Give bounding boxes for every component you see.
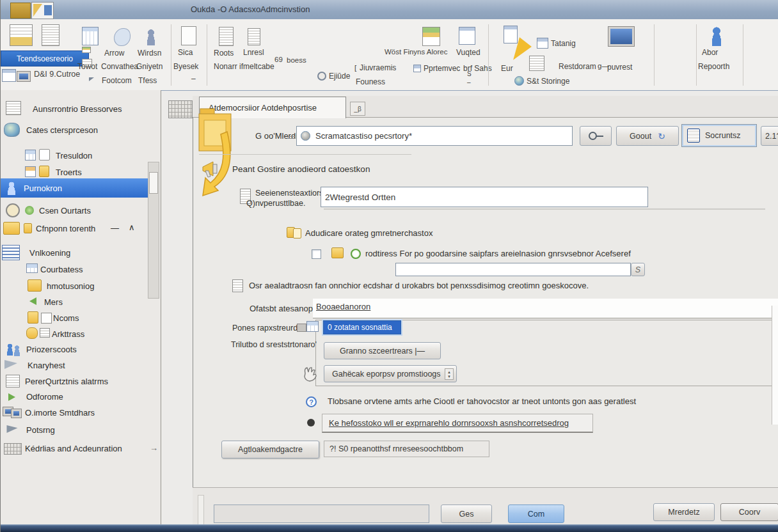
sidebar-item[interactable]: Kédrlias and Acdeunration — [25, 444, 122, 453]
ribbon-label-roots[interactable]: Roots — [214, 49, 234, 58]
window-icon[interactable] — [459, 27, 475, 45]
gahcak-button[interactable]: Gahëcak eporpsv promstioogs ▴ ▾ — [324, 365, 457, 382]
sidebar-item[interactable]: Troerts — [56, 168, 82, 177]
grid-icon[interactable] — [422, 27, 440, 46]
sidebar-item[interactable]: O.imorte Smtdhars — [25, 408, 95, 418]
sidebar-item[interactable]: PererQurtztnis alatrms — [25, 377, 108, 386]
sidebar-item[interactable]: Aunsrrontrio Bressorves — [33, 104, 122, 114]
app-gold-icon — [10, 3, 31, 19]
ribbon-label-convathea[interactable]: Convathea — [101, 62, 138, 71]
goomlerdi-input[interactable]: Scramatcastiso pecsrtory* — [296, 126, 573, 146]
granno-button[interactable]: Granno szceertrears |— — [324, 342, 441, 359]
ribbon-label-ejiude[interactable]: Ejiûde — [329, 72, 350, 81]
coorv-button[interactable]: Coorv — [720, 503, 778, 521]
sidebar-item[interactable]: Courbatess — [40, 265, 83, 274]
sidebar-item[interactable]: Knaryhest — [28, 361, 65, 370]
ribbon-label-nonarr[interactable]: Nonarr ifmeltcabe — [214, 62, 274, 71]
sheet-icon[interactable] — [10, 24, 33, 46]
sidebar-item[interactable]: Ncoms — [53, 313, 79, 323]
funnel-icon[interactable] — [504, 26, 518, 43]
rpean-value: ?! S0 rpeanotthsf rnreseesoochtbbom — [329, 444, 463, 453]
ribbon-label-tfess[interactable]: Tfess — [138, 76, 157, 85]
radio-bullet[interactable] — [307, 419, 315, 426]
ribbon-label-repoorth[interactable]: Repoorth — [698, 62, 729, 71]
collapse-caret-icon[interactable]: ∧ — [129, 223, 135, 232]
sidebar-item[interactable]: Mers — [44, 297, 63, 307]
ribbon-label-footcom[interactable]: Footcom — [102, 76, 132, 85]
s-button[interactable]: S — [631, 263, 645, 276]
ribbon-label-towot[interactable]: Towot — [77, 62, 97, 71]
sidebar-item[interactable]: Cates ctersprceson — [26, 125, 98, 135]
socruntsz-button[interactable]: Socruntsz — [681, 124, 757, 147]
bottom-grip[interactable] — [198, 495, 204, 525]
com-button[interactable]: Com — [508, 505, 564, 523]
ribbon-status-item[interactable]: D&I 9.Cutroe — [34, 70, 80, 79]
sidebar-item[interactable]: Tresuldon — [56, 151, 92, 160]
sidebar-item[interactable]: hmotusoniog — [47, 281, 94, 291]
ribbon-label-wirdsn[interactable]: Wirdsn — [138, 49, 161, 58]
ribbon-label-abor[interactable]: Abor — [702, 48, 718, 57]
com-label: Com — [528, 510, 544, 519]
rpean-field[interactable]: ?! S0 rpeanotthsf rnreseesoochtbbom — [324, 441, 489, 457]
ribbon-highlight-button[interactable]: Tcendsoesreorio — [1, 51, 89, 66]
ribbon-label-founess[interactable]: Founess — [356, 77, 385, 86]
list-icon[interactable] — [219, 27, 234, 46]
ribbon-label-byesek[interactable]: Byesek — [173, 62, 198, 71]
agtloak-button[interactable]: Agtloakemdgactre — [221, 441, 319, 458]
ges-button[interactable]: Ges — [441, 505, 492, 523]
check1-label[interactable]: rodtiress For po goodarsine saipfars are… — [365, 249, 631, 258]
radio-field[interactable]: Ke hefosstoko wll er exprnarehlo dornrso… — [322, 414, 593, 433]
scrollbar-thumb[interactable] — [149, 172, 158, 194]
ribbon-label-pprtemvec[interactable]: Pprtemvec — [424, 64, 460, 73]
sidebar-item[interactable]: Vnlkoening — [29, 248, 70, 258]
ribbon-label-wost[interactable]: Wöst Finyns Alorec — [385, 48, 447, 56]
spinner-control[interactable]: ▴ ▾ — [445, 368, 454, 380]
screen-b-icon — [12, 409, 21, 418]
table-icon[interactable] — [82, 27, 99, 45]
ribbon-label-restdoram[interactable]: Restdoram — [559, 62, 596, 71]
sidebar-item[interactable]: Potsrng — [26, 425, 55, 435]
ribbon-label-storinge[interactable]: S&t Storinge — [527, 77, 569, 86]
dialog-mini-tab[interactable]: _β — [350, 102, 365, 116]
seei-input[interactable]: 2Wtegrestd Ortten — [321, 187, 648, 207]
check1-checkbox[interactable] — [312, 249, 321, 259]
ribbon-label-vuqted[interactable]: Vuqted — [456, 48, 480, 57]
ribbon-label-jiuvraemis[interactable]: Jiuvraemis — [360, 63, 396, 72]
ribbon-label-tatanig[interactable]: Tatanig — [551, 39, 576, 48]
sidebar-item[interactable]: Arkttrass — [52, 329, 84, 339]
sidebar-item[interactable]: Cfnponn torenth — [36, 224, 95, 233]
ledger-icon[interactable] — [42, 24, 60, 46]
check2-label[interactable]: Osr aealadtraosn fan onnchior ecdshar d … — [249, 281, 589, 290]
sidebar-scrollbar[interactable] — [148, 162, 159, 299]
sidebar-item[interactable]: Priozerscoots — [26, 345, 77, 354]
bottom-progress-field[interactable] — [214, 505, 429, 523]
mrerdetz-button[interactable]: Mrerdetz — [653, 503, 715, 521]
ribbon-label-arrow[interactable]: Arrow — [104, 49, 124, 58]
report-icon — [6, 101, 21, 115]
ribbon-label-boess[interactable]: boess — [287, 56, 306, 64]
ribbon-label-eur[interactable]: Eur — [501, 64, 513, 73]
ribbon-label-sica[interactable]: Sica — [178, 48, 193, 57]
sidebar-item[interactable]: Csen Ourtarts — [39, 206, 91, 215]
book-icon[interactable] — [181, 26, 196, 45]
key-button[interactable] — [580, 126, 612, 146]
goout-button[interactable]: Goout ↻ — [616, 126, 679, 146]
expand-arrow-icon[interactable]: → — [150, 443, 158, 453]
monitor-icon[interactable] — [608, 27, 634, 46]
sidebar-item[interactable]: Odforome — [26, 392, 63, 402]
corner-button[interactable]: 2.1? — [761, 126, 778, 146]
dove-icon[interactable] — [114, 28, 131, 46]
ribbon-label-gniyetn[interactable]: Gniyetn — [136, 62, 163, 71]
doc-icon[interactable] — [248, 28, 260, 45]
adudicare-label[interactable]: Adudicare orateg gmretnerchastox — [305, 228, 433, 238]
ribbon-label-lnresl[interactable]: Lnresl — [243, 48, 264, 57]
person-blue-icon[interactable] — [710, 26, 724, 46]
ofatsbt-input[interactable]: Booaedanoron — [313, 299, 778, 318]
check2-icon[interactable] — [232, 279, 243, 292]
check1-input[interactable] — [395, 263, 631, 276]
ribbon-label-puvrest[interactable]: puvrest — [607, 63, 632, 72]
pones-combo[interactable]: 0 zotatan sosnattia — [323, 320, 401, 334]
dialog-right-scrollbar[interactable] — [772, 306, 778, 425]
sidebar-item-selected[interactable]: Purnokron — [1, 178, 149, 198]
person-icon[interactable] — [145, 28, 157, 45]
